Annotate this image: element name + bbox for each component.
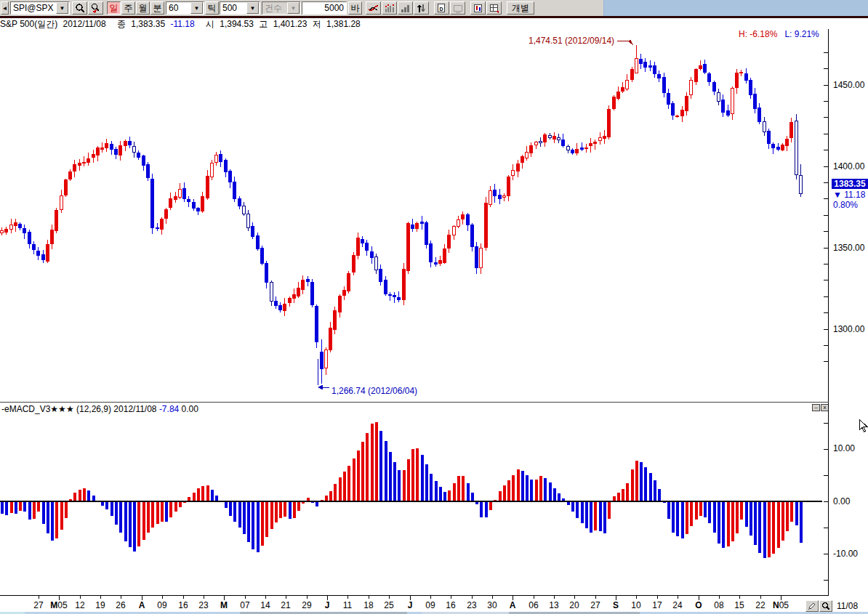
x-axis-label: N05: [773, 600, 789, 610]
axis-line: [828, 403, 829, 413]
annotation-high: 1,474.51 (2012/09/14): [529, 36, 614, 46]
high-low-readout: H: -6.18% L: 9.21%: [739, 29, 819, 39]
new-document-button[interactable]: D: [434, 1, 449, 15]
open-label: 시: [206, 19, 214, 29]
pencil-icon: [808, 602, 816, 610]
x-axis-label: 23: [467, 600, 476, 610]
chevron-down-icon[interactable]: ▼: [246, 2, 259, 14]
x-axis-label: 22: [755, 600, 765, 610]
low-label: 저: [313, 19, 321, 29]
x-axis-label: J: [408, 600, 413, 610]
x-axis-label: 14: [260, 600, 270, 610]
chevron-down-icon: ▼: [287, 2, 300, 14]
bar-count-input[interactable]: [302, 1, 347, 15]
individual-button[interactable]: 개별: [507, 1, 534, 15]
x-axis-label: 08: [714, 600, 723, 610]
x-axis-label: 07: [240, 600, 249, 610]
bar-chart-button[interactable]: [398, 1, 413, 15]
high-label: 고: [259, 19, 268, 29]
symbol-combo[interactable]: SPI@SPX ▼: [10, 1, 70, 15]
bar-button[interactable]: 바: [348, 1, 362, 15]
tick-count-value: 500: [220, 3, 246, 13]
scroll-left-button[interactable]: ◄: [1, 1, 9, 15]
macd-chart-canvas[interactable]: [0, 413, 829, 597]
volume-bars-icon: [385, 4, 395, 13]
zoom-tool-button[interactable]: [819, 600, 832, 612]
period-minute-button[interactable]: 분: [150, 1, 164, 15]
symbol-info-bar: S&P 500(일간) 2012/11/08 종 1,383.35 -11.18…: [0, 18, 868, 28]
x-axis-label: J: [325, 600, 330, 610]
x-axis-label: 16: [446, 600, 455, 610]
close-value: 1,383.35: [131, 19, 165, 29]
mini-chart-button[interactable]: [470, 1, 486, 15]
x-axis-label: 23: [198, 600, 208, 610]
x-axis-label: A: [510, 600, 516, 610]
zoom-back-button[interactable]: [88, 1, 103, 15]
x-axis-label: 10: [631, 600, 640, 610]
trading-app-window: { "palette":{"up_red":"#e40000","down_bl…: [0, 0, 868, 614]
zoom-in-button[interactable]: [72, 1, 87, 15]
x-axis-label: O: [695, 600, 702, 610]
count-combo: 건수 ▼: [262, 1, 301, 15]
draw-tool-button[interactable]: [805, 600, 819, 612]
x-axis-label: 29: [302, 600, 311, 610]
magnifier-back-icon: [90, 3, 101, 13]
x-axis-label: A: [139, 600, 145, 610]
open-value: 1,394.53: [220, 19, 254, 29]
price-axis-label: 1300.00: [833, 324, 864, 334]
x-axis-label: 20: [569, 600, 579, 610]
x-axis-label: 09: [157, 600, 166, 610]
panel-divider: [0, 402, 829, 403]
chevron-down-icon[interactable]: ▼: [56, 2, 68, 14]
toolbar: ◄ SPI@SPX ▼ 일 주 월 분 60 ▼ 틱 500 ▼ 건수 ▼ 바 …: [0, 0, 868, 16]
period-day-button[interactable]: 일: [107, 1, 121, 15]
grid-icon: [489, 4, 499, 13]
x-axis-label: 24: [672, 600, 682, 610]
chevron-down-icon[interactable]: ▼: [190, 2, 203, 14]
up-down-arrows-icon: [417, 4, 426, 13]
high-value: 1,401.23: [273, 19, 308, 29]
period-month-button[interactable]: 월: [136, 1, 150, 15]
x-axis-label: 27: [590, 600, 600, 610]
x-axis-label: 17: [652, 600, 662, 610]
monitor-icon: [453, 4, 463, 13]
magnifier-icon: [821, 602, 830, 610]
x-axis-label: 19: [95, 600, 105, 610]
last-price-tag: 1383.35: [832, 179, 868, 189]
x-axis-label: 16: [178, 600, 188, 610]
x-axis-label: 12: [75, 600, 84, 610]
document-icon: D: [437, 3, 446, 13]
price-axis-label: 1350.00: [833, 243, 864, 253]
macd-axis-label: -10.00: [833, 549, 858, 559]
last-price-percent: 0.80%: [833, 200, 858, 210]
line-style-button[interactable]: [366, 1, 381, 15]
price-chart-canvas[interactable]: [0, 29, 829, 403]
x-axis-label: 21: [281, 600, 290, 610]
high-percent: H: -6.18%: [739, 29, 777, 39]
minute-combo-value: 60: [166, 3, 190, 13]
last-price-change: ▼ 11.18: [833, 190, 865, 200]
grid-button[interactable]: [486, 1, 502, 15]
period-week-button[interactable]: 주: [121, 1, 135, 15]
minute-combo[interactable]: 60 ▼: [166, 1, 204, 15]
macd-axis-label: 0.00: [833, 496, 850, 506]
magnifier-icon: [75, 3, 85, 13]
symbol-combo-value: SPI@SPX: [11, 3, 56, 13]
price-axis-label: 1400.00: [833, 161, 864, 171]
sort-updown-button[interactable]: [414, 1, 429, 15]
macd-minimize-button[interactable]: –: [812, 404, 820, 411]
x-axis-label: 27: [33, 600, 43, 610]
candle-chart-icon: [473, 4, 483, 13]
x-axis-label: 15: [734, 600, 744, 610]
bar-chart-icon: [401, 4, 411, 13]
volume-chart-button[interactable]: [382, 1, 397, 15]
last-date-label: 11/08: [837, 601, 858, 611]
monitor-button: [450, 1, 465, 15]
tick-button[interactable]: 틱: [205, 1, 219, 15]
x-axis-label: 06: [529, 600, 538, 610]
x-axis-label: 18: [363, 600, 373, 610]
annotation-low: 1,266.74 (2012/06/04): [331, 386, 417, 396]
close-label: 종: [117, 19, 126, 29]
x-axis-label: 11: [343, 600, 352, 610]
tick-count-combo[interactable]: 500 ▼: [220, 1, 260, 15]
